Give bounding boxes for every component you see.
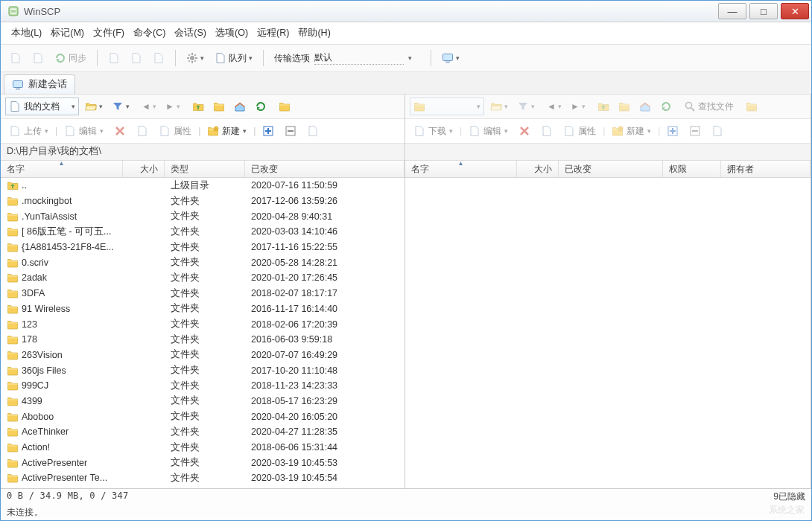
file-type: 文件夹 <box>165 472 245 485</box>
rename-icon[interactable] <box>537 123 556 139</box>
col-type[interactable]: 类型 <box>165 161 245 177</box>
list-item[interactable]: .YunTaiAssist文件夹2020-04-28 9:40:31 <box>1 208 405 224</box>
col-rights[interactable]: 权限 <box>663 161 721 177</box>
remote-rows-container[interactable] <box>405 178 811 488</box>
list-item[interactable]: 360js Files文件夹2017-10-20 11:10:48 <box>1 362 405 378</box>
file-name: 178 <box>22 334 37 345</box>
local-rows-container[interactable]: ..上级目录2020-07-16 11:50:59.mockingbot文件夹2… <box>1 178 405 488</box>
bookmark-icon[interactable] <box>743 98 761 115</box>
list-item[interactable]: .mockingbot文件夹2017-12-06 13:59:26 <box>1 194 405 209</box>
upload-button[interactable]: 上传 ▾ <box>5 123 52 140</box>
col-owner[interactable]: 拥有者 <box>721 161 811 177</box>
home-icon[interactable] <box>636 98 654 115</box>
synchronize-button[interactable]: 同步 <box>51 50 89 66</box>
refresh-icon[interactable] <box>252 98 270 115</box>
filter-icon[interactable]: ▾ <box>514 98 538 115</box>
menu-remote[interactable]: 远程(R) <box>254 25 292 41</box>
menu-mark[interactable]: 标记(M) <box>48 25 87 41</box>
menu-commands[interactable]: 命令(C) <box>130 25 168 41</box>
select-none-icon[interactable] <box>281 123 300 139</box>
root-dir-icon[interactable] <box>210 98 228 115</box>
select-all-icon[interactable] <box>663 123 682 139</box>
col-modified[interactable]: 已改变 <box>559 161 663 177</box>
list-item[interactable]: Action!文件夹2018-06-06 15:31:44 <box>1 440 405 456</box>
col-size[interactable]: 大小 <box>123 161 165 177</box>
list-item[interactable]: 2adak文件夹2020-01-20 17:26:45 <box>1 270 405 286</box>
filter-icon[interactable]: ▾ <box>109 98 133 115</box>
file-date: 2017-12-06 13:59:26 <box>245 196 405 206</box>
download-button[interactable]: 下载 ▾ <box>410 123 457 140</box>
list-item[interactable]: Aboboo文件夹2020-04-20 16:05:20 <box>1 409 405 424</box>
list-item[interactable]: 263Vision文件夹2020-07-07 16:49:29 <box>1 348 405 363</box>
queue-button[interactable]: 队列 ▾ <box>212 50 256 66</box>
sync-browse-icon[interactable] <box>7 50 25 66</box>
col-modified[interactable]: 已改变 <box>245 161 405 177</box>
maximize-button[interactable]: □ <box>749 3 778 19</box>
list-item[interactable]: [ 86版五笔 - 可可五...文件夹2020-03-03 14:10:46 <box>1 224 405 240</box>
col-size[interactable]: 大小 <box>517 161 559 177</box>
menu-session[interactable]: 会话(S) <box>171 25 209 41</box>
new-button[interactable]: 新建 ▾ <box>608 123 655 140</box>
title-bar[interactable]: WinSCP — □ ✕ <box>1 1 811 22</box>
minimize-button[interactable]: — <box>718 3 746 19</box>
delete-icon[interactable] <box>110 123 130 139</box>
list-item[interactable]: ActivePresenter Te...文件夹2020-03-19 10:45… <box>1 470 405 486</box>
transfer-settings[interactable]: 传输选项 默认 ▾ <box>271 50 423 66</box>
local-drive-dropdown[interactable]: 我的文档 ▾ <box>5 98 79 115</box>
tool-icon-a[interactable] <box>105 50 123 66</box>
list-item[interactable]: 0.scriv文件夹2020-05-28 14:28:21 <box>1 255 405 270</box>
find-button[interactable]: 查找文件 <box>681 98 737 115</box>
remote-drive-dropdown[interactable]: ▾ <box>410 98 484 115</box>
close-button[interactable]: ✕ <box>781 3 809 19</box>
list-item[interactable]: 178文件夹2016-06-03 9:59:18 <box>1 332 405 348</box>
list-item[interactable]: Add in Express文件夹2019-07-05 15:08:22 <box>1 486 405 488</box>
file-date: 2020-04-27 11:28:35 <box>245 426 405 437</box>
list-item[interactable]: 4399文件夹2018-05-17 16:23:29 <box>1 394 405 409</box>
list-item[interactable]: ..上级目录2020-07-16 11:50:59 <box>1 178 405 194</box>
parent-dir-icon[interactable] <box>594 98 612 115</box>
tool-icon-c[interactable] <box>150 50 168 66</box>
compare-icon[interactable] <box>29 50 47 66</box>
forward-icon[interactable]: ► ▾ <box>568 98 589 115</box>
session-icon[interactable]: ▾ <box>439 50 463 66</box>
invert-select-icon[interactable] <box>303 123 323 139</box>
new-button[interactable]: 新建 ▾ <box>203 123 250 140</box>
menu-help[interactable]: 帮助(H) <box>295 25 333 41</box>
edit-button[interactable]: 编辑 ▾ <box>465 123 512 140</box>
back-icon[interactable]: ◄ ▾ <box>139 98 159 115</box>
list-item[interactable]: ActivePresenter文件夹2020-03-19 10:45:53 <box>1 455 405 470</box>
list-item[interactable]: 3DFA文件夹2018-02-07 18:17:17 <box>1 286 405 301</box>
list-item[interactable]: 999CJ文件夹2018-11-23 14:23:33 <box>1 378 405 394</box>
file-type: 文件夹 <box>165 394 245 407</box>
select-none-icon[interactable] <box>685 123 705 139</box>
list-item[interactable]: 123文件夹2018-02-06 17:20:39 <box>1 316 405 332</box>
root-dir-icon[interactable] <box>615 98 633 115</box>
delete-icon[interactable] <box>515 123 534 139</box>
open-folder-icon[interactable]: ▾ <box>82 98 106 115</box>
file-type: 文件夹 <box>165 210 245 223</box>
col-name[interactable]: ▲名字 <box>405 161 517 177</box>
list-item[interactable]: AceThinker文件夹2020-04-27 11:28:35 <box>1 424 405 440</box>
back-icon[interactable]: ◄ ▾ <box>544 98 565 115</box>
refresh-icon[interactable] <box>657 98 675 115</box>
invert-select-icon[interactable] <box>708 123 727 139</box>
properties-button[interactable]: 属性 <box>559 123 600 140</box>
settings-icon[interactable]: ▾ <box>183 50 207 66</box>
home-icon[interactable] <box>231 98 249 115</box>
list-item[interactable]: 91 Wireless文件夹2016-11-17 16:14:40 <box>1 301 405 317</box>
bookmark-icon[interactable] <box>276 98 294 115</box>
menu-local[interactable]: 本地(L) <box>8 25 45 41</box>
open-folder-icon[interactable]: ▾ <box>487 98 511 115</box>
menu-options[interactable]: 选项(O) <box>212 25 251 41</box>
properties-button[interactable]: 属性 <box>155 123 195 140</box>
parent-dir-icon[interactable] <box>189 98 207 115</box>
forward-icon[interactable]: ► ▾ <box>162 98 183 115</box>
select-all-icon[interactable] <box>258 123 278 139</box>
col-name[interactable]: ▲名字 <box>1 161 123 177</box>
new-session-tab[interactable]: 新建会话 <box>4 74 75 94</box>
edit-button[interactable]: 编辑 ▾ <box>60 123 107 140</box>
list-item[interactable]: {1A881453-21F8-4E...文件夹2017-11-16 15:22:… <box>1 240 405 255</box>
tool-icon-b[interactable] <box>127 50 145 66</box>
rename-icon[interactable] <box>133 123 152 139</box>
menu-files[interactable]: 文件(F) <box>90 25 127 41</box>
